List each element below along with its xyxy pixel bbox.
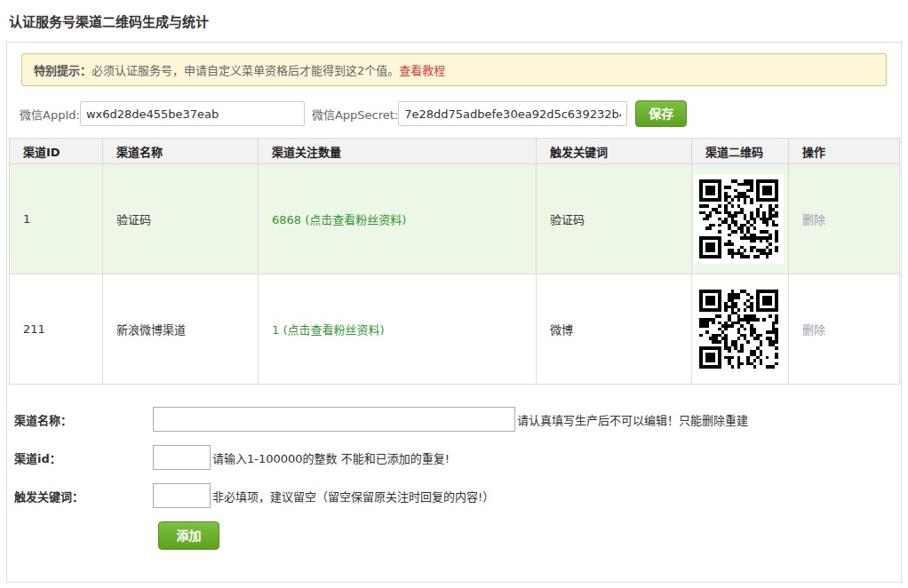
view-tutorial-link[interactable]: 查看教程	[399, 64, 445, 77]
qr-code	[694, 174, 784, 264]
alert-text: 必须认证服务号，申请自定义菜单资格后才能得到这2个值。	[92, 64, 399, 77]
save-button[interactable]: 保存	[635, 100, 687, 127]
cell-channel-id: 211	[10, 274, 103, 385]
delete-link[interactable]: 删除	[802, 323, 825, 337]
channel-id-input[interactable]	[153, 445, 211, 470]
appsecret-label: 微信AppSecret:	[312, 106, 398, 123]
cell-trigger-keyword: 微博	[537, 274, 692, 385]
qr-code	[694, 284, 784, 374]
channel-name-input[interactable]	[153, 407, 515, 432]
fans-detail-link[interactable]: 1 (点击查看粉丝资料)	[272, 323, 385, 337]
delete-link[interactable]: 删除	[802, 213, 825, 226]
channels-table: 渠道ID 渠道名称 渠道关注数量 触发关键词 渠道二维码 操作 1 验证码 68…	[9, 138, 900, 385]
cell-trigger-keyword: 验证码	[537, 164, 692, 274]
credentials-form: 微信AppId: 微信AppSecret: 保存	[12, 100, 896, 127]
appsecret-input[interactable]	[398, 101, 627, 126]
trigger-keyword-hint: 非必填项，建议留空（留空保留原关注时回复的内容!）	[212, 488, 494, 505]
table-header-row: 渠道ID 渠道名称 渠道关注数量 触发关键词 渠道二维码 操作	[10, 139, 900, 164]
appid-label: 微信AppId:	[20, 106, 80, 123]
channel-name-hint: 请认真填写生产后不可以编辑！只能删除重建	[517, 411, 748, 428]
header-trigger-keyword: 触发关键词	[537, 139, 692, 164]
cell-channel-name: 验证码	[103, 164, 259, 274]
table-row: 211 新浪微博渠道 1 (点击查看粉丝资料) 微博 删除	[10, 274, 900, 385]
header-channel-name: 渠道名称	[103, 139, 259, 164]
channel-id-hint: 请输入1-100000的整数 不能和已添加的重复!	[212, 449, 450, 466]
fans-detail-link[interactable]: 6868 (点击查看粉丝资料)	[272, 213, 406, 226]
add-button[interactable]: 添加	[158, 521, 219, 550]
trigger-keyword-label: 触发关键词：	[14, 488, 153, 505]
main-panel: 特别提示：必须认证服务号，申请自定义菜单资格后才能得到这2个值。查看教程 微信A…	[6, 42, 902, 583]
header-follow-count: 渠道关注数量	[259, 139, 537, 164]
header-qrcode: 渠道二维码	[692, 139, 789, 164]
header-channel-id: 渠道ID	[10, 139, 103, 164]
table-row: 1 验证码 6868 (点击查看粉丝资料) 验证码 删除	[10, 164, 900, 274]
add-channel-form: 渠道名称： 请认真填写生产后不可以编辑！只能删除重建 渠道id： 请输入1-10…	[14, 407, 901, 550]
cell-channel-id: 1	[10, 164, 103, 274]
page-title: 认证服务号渠道二维码生成与统计	[0, 0, 908, 30]
cell-channel-name: 新浪微博渠道	[103, 274, 259, 385]
alert-banner: 特别提示：必须认证服务号，申请自定义菜单资格后才能得到这2个值。查看教程	[21, 53, 887, 86]
channel-name-label: 渠道名称：	[14, 411, 153, 428]
header-actions: 操作	[789, 139, 900, 164]
channel-id-label: 渠道id：	[14, 449, 153, 466]
alert-prefix: 特别提示：	[34, 64, 92, 77]
trigger-keyword-input[interactable]	[153, 483, 211, 508]
appid-input[interactable]	[80, 101, 305, 126]
